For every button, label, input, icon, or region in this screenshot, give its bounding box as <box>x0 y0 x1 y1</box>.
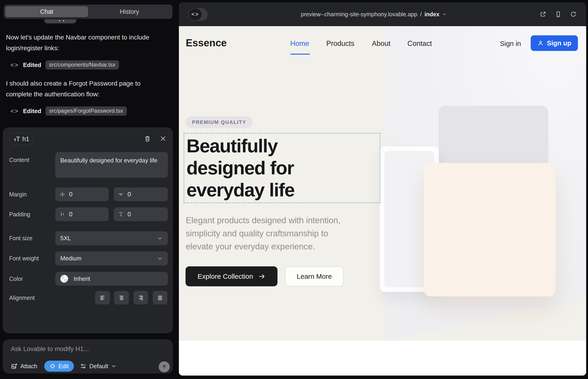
margin-label: Margin <box>9 191 27 198</box>
composer-input[interactable]: Ask Lovable to modify H1... <box>11 345 89 353</box>
file-chip[interactable]: src/pages/ForgotPassword.tsx <box>46 107 127 116</box>
tab-history[interactable]: History <box>88 6 171 17</box>
margin-x-input[interactable]: 0 <box>55 188 109 201</box>
chevron-down-icon <box>157 235 163 241</box>
edited-file-row: <> Edited src/components/Navbar.tsx <box>11 60 119 70</box>
element-tag-pill[interactable]: h1 <box>9 133 34 145</box>
mobile-view-button[interactable] <box>555 11 561 17</box>
nav-link-about[interactable]: About <box>372 39 390 48</box>
open-external-button[interactable] <box>540 11 546 17</box>
edited-label: Edited <box>23 62 41 69</box>
delete-element-button[interactable] <box>144 135 151 142</box>
sliders-icon <box>80 363 87 370</box>
align-center-button[interactable] <box>114 291 129 304</box>
color-swatch-transparent <box>60 275 68 283</box>
color-label: Color <box>9 276 23 282</box>
explore-collection-button[interactable]: Explore Collection <box>186 266 278 286</box>
alignment-label: Alignment <box>9 295 35 301</box>
color-select[interactable]: Inherit <box>55 272 168 286</box>
font-weight-label: Font weight <box>9 255 39 262</box>
file-chip[interactable]: src/components/Navbar.tsx <box>46 60 119 69</box>
code-icon: <> <box>11 62 19 69</box>
attach-image-icon <box>11 363 18 370</box>
site-canvas: Essence Home Products About Contact Sign… <box>179 26 586 376</box>
chat-message: I should also create a Forgot Password p… <box>6 78 157 100</box>
refresh-button[interactable] <box>570 11 576 17</box>
edited-file-row: <> Edited src/pages/ForgotPassword.tsx <box>11 106 127 116</box>
chevron-down-icon <box>157 255 163 262</box>
chat-composer[interactable]: Ask Lovable to modify H1... Attach Edit <box>3 340 173 373</box>
padding-x-input[interactable]: 0 <box>55 207 109 221</box>
text-size-icon <box>14 135 20 143</box>
element-tag-name: h1 <box>22 136 29 143</box>
arrow-up-icon <box>161 364 167 370</box>
font-size-label: Font size <box>9 235 32 242</box>
font-size-select[interactable]: 5XL <box>55 231 168 245</box>
edited-label: Edited <box>23 108 41 115</box>
chat-message: Now let's update the Navbar component to… <box>6 32 157 53</box>
send-button[interactable] <box>159 361 170 372</box>
preview-url[interactable]: preview--charming-site-symphony.lovable.… <box>208 11 540 18</box>
chevron-down-icon <box>111 363 117 369</box>
decorative-card-peach <box>424 163 556 296</box>
sign-in-link[interactable]: Sign in <box>500 40 521 47</box>
preview-toolbar: <> preview--charming-site-symphony.lovab… <box>179 2 586 26</box>
align-left-icon <box>99 295 106 301</box>
align-right-button[interactable] <box>134 291 148 304</box>
margin-horizontal-icon <box>59 191 65 197</box>
element-editor-panel: h1 Content Beautifully designed for ever… <box>3 127 173 333</box>
user-icon <box>537 40 544 46</box>
align-left-button[interactable] <box>95 291 110 304</box>
align-justify-icon <box>157 295 164 301</box>
preview-window: <> preview--charming-site-symphony.lovab… <box>179 2 586 376</box>
target-icon <box>49 363 56 369</box>
close-panel-button[interactable] <box>160 135 167 142</box>
premium-quality-badge: PREMIUM QUALITY <box>186 116 253 128</box>
scrolled-chip-partial <box>44 19 76 23</box>
align-justify-button[interactable] <box>153 291 167 304</box>
edit-mode-button[interactable]: Edit <box>44 361 74 372</box>
nav-link-contact[interactable]: Contact <box>407 39 432 48</box>
margin-vertical-icon <box>118 191 124 197</box>
padding-label: Padding <box>9 211 30 218</box>
active-nav-underline <box>290 54 310 55</box>
sign-up-button[interactable]: Sign up <box>531 35 578 51</box>
nav-link-products[interactable]: Products <box>326 39 354 48</box>
chat-history-tabs: Chat History <box>4 5 172 19</box>
margin-y-input[interactable]: 0 <box>114 188 168 201</box>
font-weight-select[interactable]: Medium <box>55 252 168 266</box>
align-right-icon <box>137 295 144 301</box>
attach-button[interactable]: Attach <box>11 363 37 370</box>
content-input[interactable]: Beautifully designed for everyday life <box>55 152 168 178</box>
chevron-down-icon <box>442 12 447 16</box>
site-logo[interactable]: Essence <box>186 37 227 49</box>
learn-more-button[interactable]: Learn More <box>285 266 343 286</box>
page-white-band <box>179 341 586 376</box>
hero-heading[interactable]: Beautifully designed for everyday life <box>186 135 294 201</box>
padding-y-input[interactable]: 0 <box>114 207 168 221</box>
nav-link-home[interactable]: Home <box>290 39 309 48</box>
code-icon: <> <box>189 8 201 20</box>
align-center-icon <box>118 295 125 301</box>
hero-paragraph: Elegant products designed with intention… <box>186 214 340 253</box>
mode-select[interactable]: Default <box>80 363 117 370</box>
code-preview-toggle[interactable]: <> <box>188 8 208 21</box>
content-label: Content <box>9 157 29 163</box>
padding-vertical-icon <box>118 211 124 217</box>
tab-chat[interactable]: Chat <box>5 6 88 17</box>
code-icon: <> <box>11 108 19 115</box>
padding-horizontal-icon <box>59 211 65 217</box>
arrow-right-icon <box>258 273 265 280</box>
